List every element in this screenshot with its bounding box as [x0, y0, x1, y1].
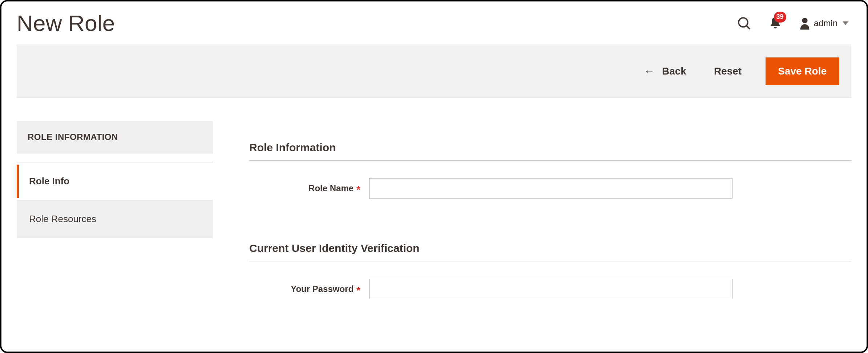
role-name-label-text: Role Name	[308, 183, 354, 193]
svg-line-1	[746, 25, 749, 28]
search-icon	[737, 16, 751, 31]
form-row-password: Your Password *	[249, 279, 851, 299]
save-role-button[interactable]: Save Role	[766, 57, 839, 85]
tab-role-resources[interactable]: Role Resources	[17, 200, 213, 238]
sidebar-spacer	[17, 153, 213, 162]
sidebar-group-title: ROLE INFORMATION	[17, 121, 213, 153]
content-columns: ROLE INFORMATION Role Info Role Resource…	[17, 121, 851, 299]
form-row-role-name: Role Name *	[249, 178, 851, 198]
role-name-input[interactable]	[369, 178, 732, 198]
user-icon	[799, 17, 810, 30]
password-label-text: Your Password	[291, 284, 354, 294]
tab-role-info[interactable]: Role Info	[17, 162, 213, 200]
main-panel: Role Information Role Name * Current Use…	[249, 121, 851, 299]
notification-badge: 39	[774, 12, 786, 23]
sidebar: ROLE INFORMATION Role Info Role Resource…	[17, 121, 213, 299]
page-header: New Role 39	[17, 10, 851, 45]
section-title-identity-verification: Current User Identity Verification	[249, 242, 851, 261]
reset-button[interactable]: Reset	[710, 60, 745, 82]
role-name-label: Role Name *	[249, 183, 369, 193]
caret-down-icon	[843, 21, 848, 25]
action-bar: ← Back Reset Save Role	[17, 45, 851, 98]
header-icon-group: 39 admin	[737, 16, 851, 31]
user-menu[interactable]: admin	[799, 17, 848, 30]
user-name-label: admin	[814, 18, 837, 28]
password-input[interactable]	[369, 279, 732, 299]
page-title: New Role	[17, 10, 115, 36]
notifications-button[interactable]: 39	[769, 16, 782, 31]
search-button[interactable]	[737, 16, 751, 31]
password-label: Your Password *	[249, 284, 369, 294]
back-button[interactable]: ← Back	[640, 60, 690, 82]
section-title-role-information: Role Information	[249, 141, 851, 161]
back-button-label: Back	[662, 65, 686, 77]
page-frame: New Role 39	[0, 0, 868, 353]
required-asterisk: *	[356, 185, 360, 195]
arrow-left-icon: ←	[644, 66, 655, 77]
required-asterisk: *	[356, 285, 360, 296]
svg-point-2	[802, 18, 807, 23]
